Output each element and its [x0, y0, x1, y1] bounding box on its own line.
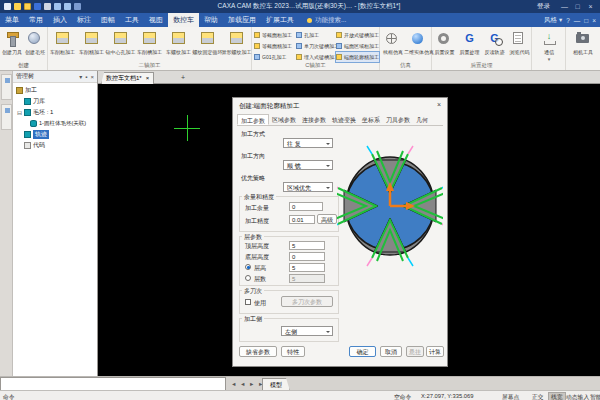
wireframe-sim-button[interactable]: 线框仿真	[380, 29, 406, 61]
tree-item-cylinder-blank[interactable]: 1-圆柱体毛坯(关联)	[13, 118, 97, 129]
dialog-tab-path-transform[interactable]: 轨迹变换	[329, 114, 359, 125]
dynamic-input-toggle[interactable]: 动态输入	[566, 393, 589, 400]
create-tool-button[interactable]: 创建刀具	[1, 29, 23, 61]
tab-load-app[interactable]: 加载应用	[223, 13, 261, 27]
side-tab-manage-tree[interactable]	[1, 74, 12, 100]
create-blank-button[interactable]: 创建毛坯	[24, 29, 46, 61]
iso-section-rough-button[interactable]: 等截面粗加工	[254, 30, 292, 40]
side-select[interactable]: 左侧	[281, 326, 333, 336]
doc-minimize-button[interactable]: —	[574, 17, 581, 24]
tree-item-tool-library[interactable]: 刀库	[13, 96, 97, 107]
property-button[interactable]: 特性	[281, 346, 305, 357]
tab-view[interactable]: 视图	[144, 13, 168, 27]
panel-menu-icon[interactable]: ▾	[79, 73, 82, 80]
face-area-rough-button[interactable]: 端面区域粗加工	[336, 41, 379, 51]
thread-button[interactable]: 车螺纹加工	[164, 29, 193, 61]
dialog-tab-coord-system[interactable]: 坐标系	[359, 114, 383, 125]
bottom-height-input[interactable]: 0	[289, 252, 325, 261]
undo-icon[interactable]	[54, 3, 61, 10]
communication-button[interactable]: ↓ 通信 ▾	[533, 29, 565, 61]
thread-cycle-button[interactable]: 螺纹固定循环	[193, 29, 222, 61]
restore-button[interactable]: □	[571, 3, 584, 10]
turning-finish-button[interactable]: 车削精加工	[77, 29, 106, 61]
precision-input[interactable]: 0.01	[289, 215, 315, 224]
new-file-icon[interactable]	[4, 3, 11, 10]
allowance-input[interactable]: 0	[289, 202, 323, 211]
pin-icon[interactable]: ▪	[85, 74, 87, 80]
g01-hole-button[interactable]: G01孔加工	[254, 52, 286, 62]
special-thread-button[interactable]: 异形螺纹加工	[222, 29, 251, 61]
save-icon[interactable]	[34, 3, 41, 10]
tab-menu[interactable]: 菜单	[0, 13, 24, 27]
doc-restore-button[interactable]: □	[584, 17, 588, 24]
direction-select[interactable]: 顺 铣	[283, 160, 333, 170]
redo-icon[interactable]	[64, 3, 71, 10]
priority-select[interactable]: 区域优先	[283, 182, 333, 192]
cancel-button[interactable]: 取消	[380, 346, 402, 357]
dialog-tab-machining-params[interactable]: 加工参数	[237, 114, 269, 125]
tab-ext-tools[interactable]: 扩展工具	[261, 13, 299, 27]
default-params-button[interactable]: 缺省参数	[239, 346, 277, 357]
layer-count-radio[interactable]	[245, 275, 251, 281]
folder-icon[interactable]	[24, 3, 31, 10]
open-keyway-button[interactable]: 开放式键槽加工	[336, 30, 379, 40]
tab-tools[interactable]: 工具	[120, 13, 144, 27]
face-contour-finish-button[interactable]: 端面轮廓精加工	[336, 52, 379, 62]
ortho-toggle[interactable]: 正交	[532, 393, 544, 400]
post-settings-button[interactable]: 后置设置	[432, 29, 457, 61]
settings-icon[interactable]	[74, 3, 81, 10]
camera-tools-button[interactable]: 相机工具	[567, 29, 599, 61]
minimize-button[interactable]: —	[558, 3, 571, 10]
plunge-keyway-button[interactable]: 埋入式键槽加工	[296, 52, 339, 62]
close-button[interactable]: ×	[584, 3, 597, 10]
tree-item-toolpath[interactable]: 轨迹	[13, 129, 97, 140]
doc-close-button[interactable]: ×	[592, 17, 596, 24]
new-document-tab-button[interactable]: +	[178, 73, 188, 83]
login-button[interactable]: 登录	[537, 2, 550, 11]
dialog-tab-tool-params[interactable]: 刀具参数	[383, 114, 413, 125]
tab-cnc-lathe[interactable]: 数控车	[168, 13, 199, 27]
browse-code-button[interactable]: 浏览代码	[507, 29, 532, 61]
command-input[interactable]	[0, 377, 226, 391]
dialog-close-icon[interactable]: ×	[434, 100, 444, 110]
help-icon[interactable]: ?	[566, 17, 570, 24]
groove-button[interactable]: 车削槽加工	[135, 29, 164, 61]
dialog-tab-region-params[interactable]: 区域参数	[269, 114, 299, 125]
use-checkbox[interactable]	[245, 299, 251, 305]
tree-item-machining[interactable]: 加工	[13, 85, 97, 96]
post-process-button[interactable]: G 后置处理	[457, 29, 482, 61]
function-search[interactable]: 功能搜索...	[307, 13, 346, 27]
print-icon[interactable]	[44, 3, 51, 10]
tab-help[interactable]: 帮助	[199, 13, 223, 27]
tab-sheet[interactable]: 图幅	[96, 13, 120, 27]
linewidth-toggle[interactable]: 线宽	[548, 392, 566, 400]
calculate-button[interactable]: 计算	[426, 346, 444, 357]
center-drill-button[interactable]: 钻中心孔加工	[106, 29, 135, 61]
tree-item-code[interactable]: 代码	[13, 140, 97, 151]
hole-machining-button[interactable]: 孔加工	[296, 30, 319, 40]
open-file-icon[interactable]	[14, 3, 21, 10]
ok-button[interactable]: 确定	[349, 346, 376, 357]
smart-snap-dropdown[interactable]: 智能	[590, 393, 600, 400]
advanced-button[interactable]: 高级	[317, 214, 337, 224]
side-tab-properties[interactable]	[1, 104, 12, 130]
tree-item-blank[interactable]: ⊟ 毛坯 : 1	[13, 107, 97, 118]
layer-height-input[interactable]: 5	[289, 263, 325, 272]
reverse-read-button[interactable]: G 反读轨迹	[482, 29, 507, 61]
dialog-tab-geometry[interactable]: 几何	[413, 114, 431, 125]
iso-section-finish-button[interactable]: 等截面精加工	[254, 41, 292, 51]
tab-nav-arrows[interactable]: ◄ ◄ ► ►	[231, 381, 264, 387]
top-height-input[interactable]: 5	[289, 241, 325, 250]
layer-height-radio[interactable]	[245, 264, 251, 270]
panel-close-icon[interactable]: ×	[90, 74, 94, 80]
style-dropdown[interactable]: 风格 ▾	[544, 16, 562, 25]
tab-common[interactable]: 常用	[24, 13, 48, 27]
single-pass-keyway-button[interactable]: 单刀次键槽加工	[296, 41, 339, 51]
document-tab-close-icon[interactable]: ×	[146, 73, 150, 84]
mode-select[interactable]: 往 复	[283, 138, 333, 148]
collapse-icon[interactable]: ⊟	[17, 109, 24, 116]
dialog-tab-link-params[interactable]: 连接参数	[299, 114, 329, 125]
turning-rough-button[interactable]: 车削粗加工	[48, 29, 77, 61]
tab-insert[interactable]: 插入	[48, 13, 72, 27]
solid-sim-button[interactable]: 二维实体仿真	[406, 29, 432, 61]
